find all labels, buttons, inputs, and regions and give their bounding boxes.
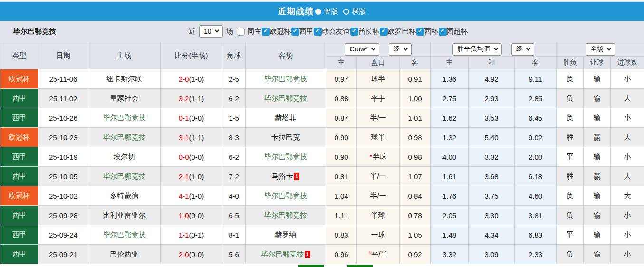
average-select[interactable]: 胜平负均值 bbox=[452, 43, 502, 56]
halftime-score: (0-0) bbox=[189, 114, 204, 122]
home-team-name: 多特蒙德 bbox=[110, 191, 139, 200]
goals-indicator: 小 bbox=[611, 206, 644, 225]
handicap-odds-home: 0.96 bbox=[326, 245, 357, 264]
subheader-odds-home: 主 bbox=[326, 57, 357, 69]
bookmaker-stage-select[interactable]: 终 bbox=[389, 43, 412, 56]
avg-odds-away: 4.60 bbox=[515, 186, 557, 206]
fulltime-score: 2-1 bbox=[179, 172, 189, 181]
avg-odds-away: 9.02 bbox=[515, 128, 557, 147]
home-team: 纽卡斯尔联 bbox=[88, 69, 161, 89]
competition-badge: 西甲 bbox=[0, 108, 38, 128]
competition-filter[interactable]: 西杯 bbox=[416, 27, 439, 36]
chevron-down-icon bbox=[494, 46, 499, 50]
competition-filter[interactable]: 欧罗巴杯 bbox=[380, 27, 416, 36]
away-team-name: 毕尔巴鄂竞技 bbox=[264, 75, 307, 83]
competition-filter[interactable]: 西甲 bbox=[291, 27, 314, 36]
avg-odds-home: 1.36 bbox=[431, 69, 469, 89]
average-stage-select[interactable]: 终 bbox=[511, 43, 534, 56]
away-team: 卡拉巴克 bbox=[246, 128, 326, 147]
scope-select[interactable]: 全场 bbox=[586, 43, 615, 56]
handicap-odds-away: 0.78 bbox=[400, 206, 431, 225]
header-home: 主场 bbox=[88, 42, 161, 69]
match-score: 3-2(1-1) bbox=[161, 89, 222, 108]
avg-odds-away: 2.33 bbox=[515, 245, 557, 264]
handicap-line: 半球 bbox=[357, 206, 400, 225]
handicap-odds-home: 1.04 bbox=[326, 186, 357, 206]
scope-header-cell: 全场 bbox=[557, 42, 644, 57]
away-team-name: 毕尔巴鄂竞技 bbox=[264, 94, 307, 102]
same-home-label: 同主 bbox=[248, 27, 262, 36]
halftime-score: (1-1) bbox=[189, 95, 204, 103]
competition-filter[interactable]: 球会友谊 bbox=[314, 27, 350, 36]
away-team-name: 毕尔巴鄂竞技 bbox=[264, 191, 307, 200]
handicap-odds-away: 0.84 bbox=[400, 186, 431, 206]
result-indicator: 负 bbox=[557, 108, 584, 128]
home-team-name: 毕尔巴鄂竞技 bbox=[103, 114, 146, 122]
competition-filter[interactable]: 西超杯 bbox=[439, 27, 468, 36]
result-indicator: 胜 bbox=[557, 128, 584, 147]
avg-odds-draw: 3.32 bbox=[469, 147, 515, 167]
avg-odds-home: 1.62 bbox=[431, 108, 469, 128]
away-team: 毕尔巴鄂竞技 bbox=[246, 186, 326, 206]
corners-score: 6-5 bbox=[222, 206, 246, 225]
result-row: 西甲 25-10-19 埃尔切 0-0(0-0) 6-2 毕尔巴鄂竞技 0.90… bbox=[0, 147, 644, 167]
competition-filter[interactable]: 欧冠杯 bbox=[262, 27, 291, 36]
checkbox-checked-icon[interactable] bbox=[439, 28, 447, 36]
checkbox-checked-icon[interactable] bbox=[380, 28, 388, 36]
goals-indicator: 小 bbox=[611, 147, 644, 167]
bookmaker-select[interactable]: Crow* bbox=[345, 43, 379, 56]
competition-filters: 欧冠杯西甲球会友谊酋长杯欧罗巴杯西杯西超杯 bbox=[262, 27, 468, 36]
goals-indicator: 小 bbox=[611, 69, 644, 89]
panel-titlebar: 近期战绩 竖版 横版 bbox=[0, 2, 644, 21]
checkbox-checked-icon[interactable] bbox=[291, 28, 299, 36]
radio-selected-icon bbox=[315, 9, 321, 15]
radio-label-horizontal: 横版 bbox=[352, 7, 366, 16]
red-card-badge: 1 bbox=[294, 173, 299, 180]
chevron-down-icon bbox=[214, 28, 219, 33]
match-score: 3-1(1-1) bbox=[161, 128, 222, 147]
checkbox-checked-icon[interactable] bbox=[416, 28, 424, 36]
handicap-odds-away: 0.91 bbox=[400, 69, 431, 89]
layout-radio-horizontal[interactable]: 横版 bbox=[343, 7, 366, 16]
handicap-line: 球半 bbox=[357, 69, 400, 89]
match-score: 4-1(1-0) bbox=[161, 186, 222, 206]
home-team-name: 巴伦西亚 bbox=[110, 250, 139, 258]
result-indicator: 胜 bbox=[557, 167, 584, 186]
layout-radio-vertical[interactable]: 竖版 bbox=[319, 7, 338, 16]
home-team: 毕尔巴鄂竞技 bbox=[88, 167, 161, 186]
handicap-odds-away: 1.07 bbox=[400, 167, 431, 186]
handicap-result-indicator: 输 bbox=[584, 225, 611, 245]
result-row: 西甲 25-09-24 毕尔巴鄂竞技 1-1(0-1) 8-1 赫罗纳 0.83… bbox=[0, 225, 644, 245]
checkbox-checked-icon[interactable] bbox=[350, 28, 358, 36]
subheader-handicap: 盘口 bbox=[357, 57, 400, 69]
corners-score: 6-2 bbox=[222, 89, 246, 108]
fulltime-score: 2-0 bbox=[179, 75, 189, 83]
checkbox-checked-icon[interactable] bbox=[262, 28, 270, 36]
match-score: 1-1(0-1) bbox=[161, 225, 222, 245]
red-card-badge: 1 bbox=[305, 251, 310, 258]
away-team: 毕尔巴鄂竞技 bbox=[246, 147, 326, 167]
competition-label: 欧罗巴杯 bbox=[388, 27, 416, 36]
checkbox-checked-icon[interactable] bbox=[314, 28, 322, 36]
subheader-handicap-result: 让球 bbox=[584, 57, 611, 69]
away-team-name: 赫罗纳 bbox=[275, 230, 297, 238]
same-home-filter[interactable]: 同主 bbox=[237, 27, 262, 36]
competition-label: 酋长杯 bbox=[358, 27, 380, 36]
away-team-name: 马洛卡 bbox=[272, 172, 293, 180]
result-indicator: 负 bbox=[557, 69, 584, 89]
home-team: 毕尔巴鄂竞技 bbox=[88, 128, 161, 147]
match-score: 0-0(0-0) bbox=[161, 147, 222, 167]
match-date: 25-10-26 bbox=[38, 108, 88, 128]
average-header-cell: 胜平负均值 终 bbox=[431, 42, 557, 57]
checkbox-unchecked-icon[interactable] bbox=[237, 28, 245, 36]
result-row: 西甲 25-11-02 皇家社会 3-2(1-1) 6-2 毕尔巴鄂竞技 0.8… bbox=[0, 89, 644, 108]
result-indicator: 负 bbox=[557, 186, 584, 206]
handicap-line: 球半 bbox=[357, 128, 400, 147]
competition-badge: 欧冠杯 bbox=[0, 186, 38, 206]
competition-filter[interactable]: 酋长杯 bbox=[350, 27, 380, 36]
avg-odds-draw: 3.09 bbox=[469, 245, 515, 264]
fulltime-score: 0-0 bbox=[179, 153, 189, 161]
result-row: 欧冠杯 25-11-06 纽卡斯尔联 2-0(1-0) 2-5 毕尔巴鄂竞技 0… bbox=[0, 69, 644, 89]
competition-badge: 欧冠杯 bbox=[0, 69, 38, 89]
recent-count-select[interactable]: 10 bbox=[199, 25, 223, 38]
